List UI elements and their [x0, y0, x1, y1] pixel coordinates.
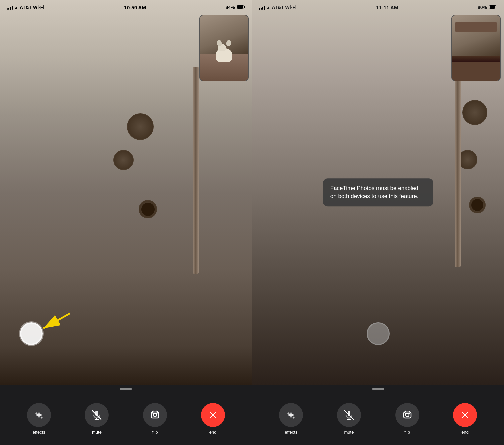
- pole-decoration: [193, 67, 199, 274]
- sparkle-svg-left: [33, 409, 45, 421]
- controls-buttons-right: effects mute: [252, 392, 504, 445]
- flip-svg-left: [149, 409, 161, 421]
- effects-button-right[interactable]: effects: [279, 403, 303, 435]
- signal-icon-right: [259, 5, 265, 10]
- alert-box-right: FaceTime Photos must be enabled on both …: [323, 178, 433, 206]
- status-time-left: 10:59 AM: [124, 5, 146, 10]
- status-time-right: 11:11 AM: [376, 5, 398, 10]
- battery-icon-left: [237, 5, 245, 9]
- self-view-left: [199, 15, 249, 81]
- status-bar-left: ▲ AT&T Wi-Fi 10:59 AM 84%: [0, 0, 252, 15]
- mute-button-right[interactable]: mute: [337, 403, 361, 435]
- self-view-right: [451, 15, 501, 81]
- end-button-right[interactable]: end: [453, 403, 477, 435]
- mute-icon-left[interactable]: [85, 403, 109, 427]
- status-battery-left: 84%: [225, 5, 245, 10]
- flip-label-right: flip: [404, 430, 410, 435]
- controls-bar-right: effects mute: [252, 385, 504, 445]
- wall-plate-3: [139, 200, 157, 218]
- sparkle-svg-right: [285, 409, 297, 421]
- flip-icon-right[interactable]: [395, 403, 419, 427]
- end-svg-left: [207, 409, 219, 421]
- controls-buttons-left: effects mute: [0, 392, 252, 445]
- flip-label-left: flip: [152, 430, 158, 435]
- end-icon-left[interactable]: [201, 403, 225, 427]
- effects-icon-right[interactable]: [279, 403, 303, 427]
- status-battery-right: 80%: [478, 5, 497, 10]
- effects-button-left[interactable]: effects: [27, 403, 51, 435]
- flip-svg-right: [402, 409, 413, 421]
- flip-button-left[interactable]: flip: [143, 403, 167, 435]
- camera-view-left: [0, 0, 252, 385]
- flip-button-right[interactable]: flip: [395, 403, 419, 435]
- end-svg-right: [459, 409, 471, 421]
- wifi-icon-right: ▲: [266, 5, 271, 10]
- effects-label-right: effects: [285, 430, 297, 435]
- mute-label-left: mute: [92, 430, 102, 435]
- phone-panel-right: ▲ AT&T Wi-Fi 11:11 AM 80%: [252, 0, 504, 445]
- controls-bar-left: effects mute: [0, 385, 252, 445]
- wall-plate-r2: [458, 150, 477, 169]
- wall-plate-2: [113, 150, 134, 170]
- pull-indicator-left: [120, 388, 132, 390]
- end-icon-right[interactable]: [453, 403, 477, 427]
- svg-line-1: [43, 313, 70, 328]
- battery-icon-right: [489, 5, 497, 9]
- signal-icon-left: [7, 5, 13, 10]
- pull-indicator-right: [372, 388, 384, 390]
- yellow-arrow: [37, 310, 73, 333]
- status-bar-right: ▲ AT&T Wi-Fi 11:11 AM 80%: [252, 0, 504, 15]
- camera-view-right: FaceTime Photos must be enabled on both …: [252, 0, 504, 385]
- mic-off-svg-right: [343, 409, 355, 421]
- end-button-left[interactable]: end: [201, 403, 225, 435]
- flip-icon-left[interactable]: [143, 403, 167, 427]
- mute-button-left[interactable]: mute: [85, 403, 109, 435]
- status-carrier-left: ▲ AT&T Wi-Fi: [7, 5, 44, 10]
- phone-panel-left: ▲ AT&T Wi-Fi 10:59 AM 84%: [0, 0, 252, 445]
- status-carrier-right: ▲ AT&T Wi-Fi: [259, 5, 297, 10]
- wall-plate-1: [127, 113, 154, 140]
- wifi-icon-left: ▲: [14, 5, 18, 10]
- pole-decoration-right: [455, 67, 461, 267]
- svg-point-15: [406, 413, 409, 417]
- mute-label-right: mute: [344, 430, 354, 435]
- capture-button-right[interactable]: [367, 322, 390, 345]
- alert-text-right: FaceTime Photos must be enabled on both …: [330, 184, 426, 200]
- mute-icon-right[interactable]: [337, 403, 361, 427]
- svg-point-7: [153, 413, 157, 417]
- end-label-right: end: [461, 430, 469, 435]
- mic-off-svg-left: [91, 409, 102, 421]
- effects-label-left: effects: [33, 430, 45, 435]
- wall-plate-r3: [469, 197, 486, 213]
- wall-plate-r1: [462, 100, 487, 125]
- end-label-left: end: [209, 430, 217, 435]
- effects-icon-left[interactable]: [27, 403, 51, 427]
